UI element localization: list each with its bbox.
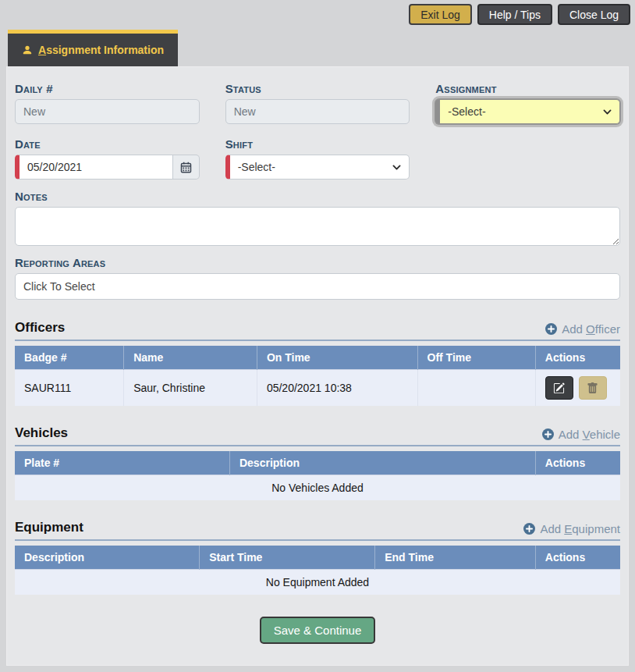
daily-number-field[interactable] [15, 99, 200, 124]
close-log-button[interactable]: Close Log [558, 4, 630, 25]
edit-officer-button[interactable] [545, 376, 573, 400]
officers-col-badge: Badge # [15, 346, 124, 370]
shift-label: Shift [225, 137, 410, 151]
reporting-areas-label: Reporting Areas [15, 256, 620, 269]
status-field[interactable] [225, 99, 410, 124]
equipment-section-head: Equipment Add Equipment [15, 520, 620, 541]
equipment-col-start-time: Start Time [200, 546, 375, 570]
trash-icon [587, 382, 598, 394]
add-equipment-label: Add Equipment [540, 522, 620, 535]
vehicles-section-head: Vehicles Add Vehicle [15, 425, 620, 446]
shift-selected-value: -Select- [238, 161, 275, 173]
officer-on-time-cell: 05/20/2021 10:38 [257, 370, 417, 407]
equipment-header-row: Description Start Time End Time Actions [15, 546, 620, 570]
add-officer-link[interactable]: Add Officer [545, 322, 620, 336]
shift-group: Shift -Select- [225, 137, 410, 180]
form-row-2: Date [15, 137, 620, 180]
status-label: Status [225, 82, 410, 95]
save-continue-button[interactable]: Save & Continue [260, 617, 376, 644]
daily-number-label: Daily # [15, 82, 200, 95]
equipment-table: Description Start Time End Time Actions … [15, 546, 620, 595]
assignment-information-panel: Daily # Status Assignment -Select- Da [6, 66, 629, 666]
vehicles-table: Plate # Description Actions No Vehicles … [15, 451, 620, 500]
officers-table: Badge # Name On Time Off Time Actions SA… [15, 346, 620, 406]
notes-textarea[interactable] [15, 207, 620, 246]
calendar-icon [180, 162, 192, 173]
tab-assignment-information[interactable]: Assignment Information [8, 30, 178, 66]
vehicles-col-plate: Plate # [15, 451, 229, 475]
add-vehicle-label: Add Vehicle [559, 428, 620, 441]
daily-number-group: Daily # [15, 82, 200, 124]
officers-col-actions: Actions [535, 346, 620, 370]
notes-group: Notes [15, 190, 620, 246]
assignment-label: Assignment [435, 82, 620, 95]
date-field[interactable] [15, 155, 173, 180]
notes-label: Notes [15, 190, 620, 203]
equipment-title: Equipment [15, 520, 83, 535]
save-row: Save & Continue [15, 617, 620, 644]
officers-col-name: Name [124, 346, 257, 370]
officer-badge-cell: SAUR111 [15, 370, 124, 407]
officer-actions-cell [535, 370, 620, 407]
plus-circle-icon [545, 323, 557, 335]
vehicles-empty-row: No Vehicles Added [15, 475, 620, 501]
officers-col-on-time: On Time [257, 346, 417, 370]
window-button-bar: Exit Log Help / Tips Close Log [0, 0, 635, 25]
vehicles-col-description: Description [229, 451, 535, 475]
edit-icon [553, 382, 565, 394]
equipment-section: Equipment Add Equipment Description Star… [15, 520, 620, 595]
exit-log-button[interactable]: Exit Log [409, 4, 472, 25]
date-group: Date [15, 137, 200, 180]
reporting-areas-group: Reporting Areas [15, 256, 620, 300]
officers-col-off-time: Off Time [417, 346, 535, 370]
assignment-group: Assignment -Select- [435, 82, 620, 124]
reporting-areas-field[interactable] [15, 273, 620, 300]
plus-circle-icon [542, 428, 554, 440]
date-label: Date [15, 137, 200, 151]
vehicles-title: Vehicles [15, 425, 68, 441]
person-icon [22, 44, 33, 55]
officers-title: Officers [15, 320, 65, 336]
vehicles-empty-message: No Vehicles Added [15, 475, 620, 501]
equipment-col-end-time: End Time [375, 546, 536, 570]
vehicles-section: Vehicles Add Vehicle Plate # Description… [15, 425, 620, 500]
officers-section: Officers Add Officer Badge # Name On Tim… [15, 320, 620, 406]
equipment-col-actions: Actions [535, 546, 620, 570]
assignment-select[interactable]: -Select- [435, 99, 620, 124]
add-officer-label: Add Officer [562, 322, 620, 336]
equipment-col-description: Description [15, 546, 200, 570]
officer-row: SAUR111 Saur, Christine 05/20/2021 10:38 [15, 370, 620, 407]
calendar-button[interactable] [173, 155, 200, 180]
plus-circle-icon [523, 523, 535, 535]
help-tips-button[interactable]: Help / Tips [477, 4, 552, 25]
officers-section-head: Officers Add Officer [15, 320, 620, 341]
delete-officer-button[interactable] [579, 376, 607, 400]
chevron-down-icon [392, 162, 402, 172]
chevron-down-icon [602, 107, 612, 117]
tab-label: Assignment Information [38, 44, 164, 56]
assignment-selected-value: -Select- [448, 105, 485, 118]
page: Exit Log Help / Tips Close Log Assignmen… [0, 0, 635, 672]
form-row-1: Daily # Status Assignment -Select- [15, 82, 620, 124]
officer-off-time-cell [417, 370, 535, 407]
officers-header-row: Badge # Name On Time Off Time Actions [15, 346, 620, 370]
equipment-empty-message: No Equipment Added [15, 570, 620, 596]
vehicles-header-row: Plate # Description Actions [15, 451, 620, 475]
form-row-2-spacer [435, 137, 620, 180]
officer-name-cell: Saur, Christine [124, 370, 257, 407]
status-group: Status [225, 82, 410, 124]
equipment-empty-row: No Equipment Added [15, 570, 620, 596]
vehicles-col-actions: Actions [535, 451, 620, 475]
shift-select[interactable]: -Select- [225, 155, 410, 180]
add-vehicle-link[interactable]: Add Vehicle [542, 428, 620, 441]
add-equipment-link[interactable]: Add Equipment [523, 522, 620, 535]
tab-strip: Assignment Information [8, 30, 635, 66]
